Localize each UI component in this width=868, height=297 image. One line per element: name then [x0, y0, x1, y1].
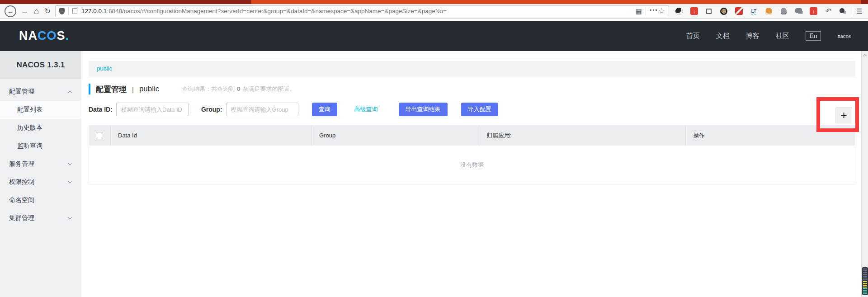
sidebar-version-label: NACOS 1.3.1 [0, 51, 81, 79]
column-header-application: 归属应用: [479, 125, 686, 146]
qr-code-icon[interactable]: ▦ [636, 7, 642, 15]
column-header-dataid: Data Id [111, 125, 312, 146]
sidebar-item-config-list[interactable]: 配置列表 [0, 101, 81, 119]
export-query-results-button[interactable]: 导出查询结果 [399, 103, 448, 116]
meter-stripes-teal [863, 288, 867, 295]
url-path: :8848/nacos/#/configurationManagement?se… [107, 8, 447, 14]
dataid-label: Data ID: [89, 106, 113, 113]
config-table-header: Data Id Group 归属应用: 操作 [89, 125, 855, 146]
panda-extension-icon[interactable] [675, 7, 683, 15]
languagetool-extension-icon[interactable]: LT [750, 7, 758, 15]
query-result-text: 查询结果：共查询到0条满足要求的配置。 [182, 85, 295, 93]
home-button[interactable]: ⌂ [34, 6, 39, 16]
nacos-logo[interactable]: NACOS. [19, 29, 69, 43]
empty-state-text: 没有数据 [460, 161, 484, 169]
nav-docs-link[interactable]: 文档 [716, 32, 730, 40]
chevron-down-icon [68, 179, 72, 184]
title-separator: | [132, 85, 134, 93]
result-count: 0 [237, 85, 240, 92]
nacos-header: NACOS. 首页 文档 博客 社区 En nacos [0, 21, 868, 51]
sidebar-item-cluster-management[interactable]: 集群管理 [0, 209, 81, 227]
dataid-input[interactable] [116, 103, 189, 116]
sidebar-item-config-management[interactable]: 配置管理 [0, 83, 81, 101]
chevron-up-icon [68, 91, 72, 95]
tracking-shield-icon[interactable] [59, 8, 65, 14]
sidebar-item-access-control[interactable]: 权限控制 [0, 173, 81, 191]
audio-meter-widget [862, 267, 868, 295]
magic-wand-extension-icon[interactable] [735, 7, 743, 15]
language-toggle-button[interactable]: En [806, 31, 821, 41]
namespace-tab-bar: public [89, 61, 855, 76]
toolbar-separator [852, 7, 852, 16]
sidebar-item-namespace[interactable]: 命名空间 [0, 191, 81, 209]
back-button[interactable]: ← [5, 5, 16, 17]
crop-extension-icon[interactable] [705, 7, 713, 15]
namespace-tab-public[interactable]: public [97, 65, 112, 72]
menu-hamburger-icon[interactable]: ☰ [856, 7, 862, 15]
advanced-query-link[interactable]: 高级查询 [354, 105, 378, 113]
header-nav: 首页 文档 博客 社区 En nacos [686, 31, 851, 41]
page-info-icon[interactable] [72, 8, 77, 14]
meter-stripes-yellow [863, 281, 867, 288]
select-all-checkbox[interactable] [96, 132, 103, 139]
chevron-down-icon [68, 215, 72, 220]
download-extension-icon[interactable]: ↓ [690, 7, 698, 15]
page-title: 配置管理 [96, 84, 127, 94]
select-all-cell [89, 125, 111, 146]
scrollbar-up-arrow-icon[interactable] [863, 54, 867, 58]
main-content: public 配置管理 | public 查询结果：共查询到0条满足要求的配置。… [81, 51, 861, 297]
undo-extension-icon[interactable]: ↶ [825, 7, 832, 15]
config-table-body: 没有数据 [89, 146, 855, 184]
chat-extension-icon[interactable] [795, 7, 802, 15]
search-button[interactable]: 查询 [312, 103, 337, 116]
browser-toolbar: ← → ⌂ ↻ 127.0.0.1:8848/nacos/#/configura… [0, 4, 868, 19]
url-text[interactable]: 127.0.0.1:8848/nacos/#/configurationMana… [81, 8, 636, 14]
sidebar-item-service-management[interactable]: 服务管理 [0, 155, 81, 173]
nav-blog-link[interactable]: 博客 [746, 32, 760, 40]
sidebar: NACOS 1.3.1 配置管理 配置列表 历史版本 监听查询 服务管理 权限控… [0, 51, 81, 297]
urlbar-separator [68, 7, 69, 15]
browser-active-tab-strip [251, 0, 861, 4]
title-accent-bar [89, 84, 90, 94]
chevron-down-icon [68, 161, 72, 165]
sidebar-menu: 配置管理 配置列表 历史版本 监听查询 服务管理 权限控制 命名空间 集群管理 [0, 79, 81, 227]
urlbar-separator [646, 7, 646, 15]
camera-extension-icon[interactable] [720, 7, 728, 15]
nav-home-link[interactable]: 首页 [686, 32, 700, 40]
balls-extension-icon[interactable] [840, 7, 847, 15]
column-header-group: Group [312, 125, 479, 146]
vertical-scrollbar[interactable] [861, 51, 868, 297]
group-label: Group: [201, 106, 222, 113]
query-form: Data ID: Group: 查询 高级查询 导出查询结果 导入配置 [89, 102, 498, 117]
annotation-highlight-box [816, 97, 859, 132]
extension-toolbar: ↓ LT ↓ ↶ [675, 7, 847, 15]
title-namespace: public [139, 85, 159, 94]
url-bar[interactable]: 127.0.0.1:8848/nacos/#/configurationMana… [55, 5, 669, 17]
sidebar-item-history-versions[interactable]: 历史版本 [0, 119, 81, 137]
group-input[interactable] [226, 103, 298, 116]
username-menu[interactable]: nacos [837, 33, 851, 40]
page-title-row: 配置管理 | public 查询结果：共查询到0条满足要求的配置。 [89, 83, 296, 95]
download2-extension-icon[interactable]: ↓ [810, 7, 817, 15]
nav-community-link[interactable]: 社区 [776, 32, 789, 40]
sidebar-item-listener-query[interactable]: 监听查询 [0, 137, 81, 155]
lightbulb-extension-icon[interactable] [780, 7, 788, 15]
reload-button[interactable]: ↻ [44, 7, 50, 15]
page-actions-icon[interactable]: ••• [650, 7, 658, 14]
fox-extension-icon[interactable] [765, 7, 773, 15]
forward-button[interactable]: → [21, 7, 28, 16]
meter-stripes-dark [863, 269, 867, 281]
bookmark-star-icon[interactable]: ☆ [658, 6, 665, 16]
url-host: 127.0.0.1 [81, 8, 107, 14]
import-config-button[interactable]: 导入配置 [461, 103, 498, 116]
